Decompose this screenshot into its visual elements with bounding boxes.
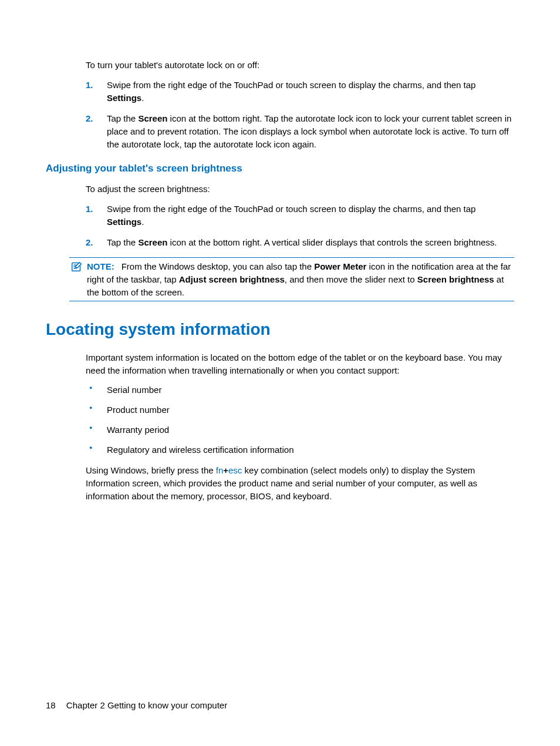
step-number: 1.: [86, 203, 93, 216]
heading-locating: Locating system information: [46, 318, 514, 342]
page-footer: 18 Chapter 2 Getting to know your comput…: [46, 699, 227, 712]
chapter-label: Chapter 2 Getting to know your computer: [66, 700, 227, 710]
intro-autorotate: To turn your tablet's autorotate lock on…: [86, 59, 514, 72]
list-item: 1. Swipe from the right edge of the Touc…: [86, 203, 514, 228]
page-number: 18: [46, 700, 56, 710]
note-icon: [70, 260, 83, 273]
fn-key: fn: [216, 465, 224, 475]
list-item: 2. Tap the Screen icon at the bottom rig…: [86, 112, 514, 150]
list-item: 1. Swipe from the right edge of the Touc…: [86, 79, 514, 105]
step-text: Swipe from the right edge of the TouchPa…: [107, 80, 475, 103]
note-label: NOTE:: [87, 261, 114, 271]
intro-brightness: To adjust the screen brightness:: [86, 183, 514, 196]
heading-brightness: Adjusting your tablet's screen brightnes…: [46, 162, 514, 176]
note-body: NOTE:From the Windows desktop, you can a…: [69, 260, 514, 298]
keycombo-para: Using Windows, briefly press the fn+esc …: [86, 464, 514, 502]
list-item: 2. Tap the Screen icon at the bottom rig…: [86, 236, 514, 249]
step-number: 1.: [86, 79, 93, 92]
autorotate-steps: 1. Swipe from the right edge of the Touc…: [86, 79, 514, 151]
note-box: NOTE:From the Windows desktop, you can a…: [69, 257, 514, 301]
step-text: Swipe from the right edge of the TouchPa…: [107, 204, 475, 227]
step-number: 2.: [86, 112, 93, 125]
step-text: Tap the Screen icon at the bottom right.…: [107, 113, 511, 149]
brightness-steps: 1. Swipe from the right edge of the Touc…: [86, 203, 514, 249]
list-item: Regulatory and wireless certification in…: [86, 443, 514, 456]
info-bullets: Serial number Product number Warranty pe…: [86, 384, 514, 456]
step-text: Tap the Screen icon at the bottom right.…: [107, 237, 497, 247]
step-number: 2.: [86, 236, 93, 249]
esc-key: esc: [228, 465, 242, 475]
list-item: Product number: [86, 404, 514, 416]
list-item: Serial number: [86, 384, 514, 396]
locating-para: Important system information is located …: [86, 351, 514, 377]
list-item: Warranty period: [86, 424, 514, 436]
